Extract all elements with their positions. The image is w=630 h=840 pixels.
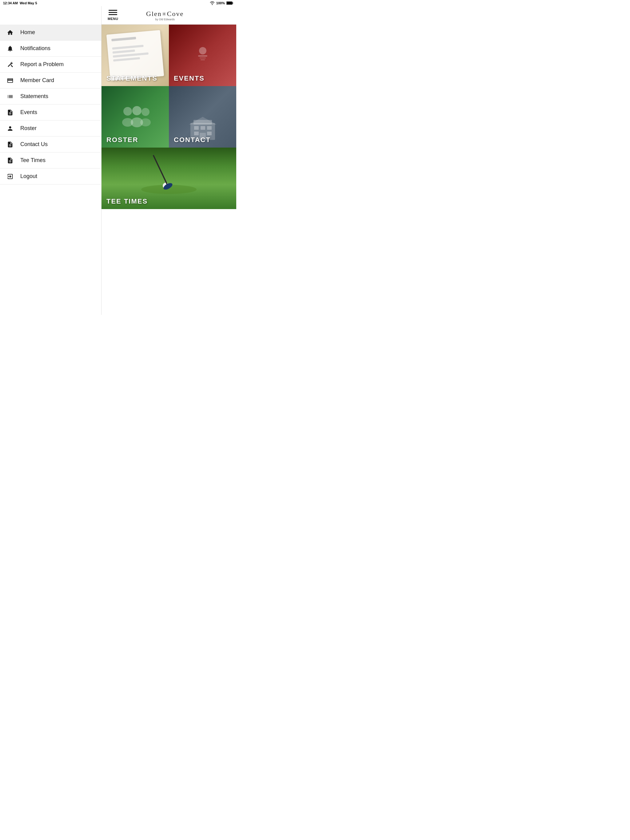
card-icon: [6, 77, 14, 85]
sidebar-item-report[interactable]: Report a Problem: [0, 57, 101, 73]
svg-marker-15: [189, 117, 217, 125]
svg-point-9: [132, 106, 141, 115]
svg-rect-2: [227, 2, 232, 4]
sidebar-label-statements: Statements: [20, 93, 48, 99]
bell-icon: [6, 44, 14, 52]
status-date: Wed May 5: [20, 1, 37, 5]
tile-contact[interactable]: CONTACT: [169, 86, 236, 148]
home-icon: [6, 28, 14, 36]
roster-visual-icon: [117, 104, 154, 129]
status-bar: 12:34 AM Wed May 5 100%: [0, 0, 236, 6]
sidebar-item-roster[interactable]: Roster: [0, 120, 101, 136]
svg-rect-4: [198, 55, 207, 57]
wrench-icon: [6, 61, 14, 69]
sidebar-item-logout[interactable]: Logout: [0, 169, 101, 185]
tile-roster-label: ROSTER: [101, 132, 169, 148]
battery-text: 100%: [216, 1, 225, 5]
svg-rect-6: [201, 59, 205, 60]
tile-teetimes-label: TEE TIMES: [101, 194, 236, 209]
battery-icon: [226, 1, 233, 5]
tee-times-icon: [6, 156, 14, 164]
svg-point-7: [123, 107, 132, 115]
tile-teetimes[interactable]: TEE TIMES: [101, 148, 236, 209]
sidebar-item-tee-times[interactable]: Tee Times: [0, 153, 101, 169]
main-content: MENU Glen✳Cove by Old Edwards: [101, 6, 236, 315]
sidebar-label-roster: Roster: [20, 125, 36, 132]
roster-icon: [6, 125, 14, 133]
sidebar-label-member-card: Member Card: [20, 77, 54, 84]
tile-roster[interactable]: ROSTER: [101, 86, 169, 148]
status-right: 100%: [210, 1, 233, 5]
sidebar: Home Notifications Report a Problem Memb…: [0, 6, 101, 315]
tiles-grid: STATEMENTS EVENTS: [101, 25, 236, 315]
status-time: 12:34 AM: [3, 1, 18, 5]
statements-icon: [6, 93, 14, 101]
menu-label: MENU: [108, 17, 118, 21]
sidebar-item-statements[interactable]: Statements: [0, 88, 101, 104]
sidebar-label-home: Home: [20, 29, 35, 36]
logo: Glen✳Cove by Old Edwards: [146, 10, 184, 21]
svg-point-3: [199, 47, 206, 54]
svg-rect-1: [233, 2, 233, 4]
wifi-icon: [210, 1, 215, 5]
sidebar-item-member-card[interactable]: Member Card: [0, 73, 101, 88]
header: MENU Glen✳Cove by Old Edwards: [101, 6, 236, 25]
sidebar-item-home[interactable]: Home: [0, 25, 101, 41]
sidebar-header: [0, 6, 101, 25]
svg-line-24: [154, 156, 167, 185]
sidebar-label-notifications: Notifications: [20, 45, 51, 52]
sidebar-item-events[interactable]: Events: [0, 104, 101, 120]
golf-visual-icon: [138, 153, 199, 196]
tile-events[interactable]: EVENTS: [169, 25, 236, 86]
sidebar-label-logout: Logout: [20, 173, 37, 180]
menu-button[interactable]: MENU: [108, 10, 118, 21]
tile-statements-label: STATEMENTS: [101, 71, 169, 86]
logout-icon: [6, 172, 14, 180]
contact-icon: [6, 141, 14, 148]
app-container: Home Notifications Report a Problem Memb…: [0, 6, 236, 315]
hamburger-icon: [109, 10, 117, 15]
svg-point-12: [140, 118, 151, 126]
events-visual-icon: [192, 44, 214, 66]
sidebar-label-events: Events: [20, 109, 37, 115]
svg-rect-18: [207, 126, 212, 130]
sidebar-label-report: Report a Problem: [20, 61, 64, 68]
svg-rect-17: [201, 126, 205, 130]
svg-rect-5: [199, 57, 206, 58]
sidebar-label-tee-times: Tee Times: [20, 157, 46, 164]
logo-subtitle: by Old Edwards: [155, 18, 175, 21]
sidebar-label-contact: Contact Us: [20, 141, 47, 148]
svg-rect-16: [194, 126, 199, 130]
sidebar-item-contact[interactable]: Contact Us: [0, 136, 101, 153]
tile-contact-label: CONTACT: [169, 132, 236, 148]
svg-point-11: [141, 108, 149, 116]
sidebar-item-notifications[interactable]: Notifications: [0, 41, 101, 57]
tile-events-label: EVENTS: [169, 71, 236, 86]
tile-statements[interactable]: STATEMENTS: [101, 25, 169, 86]
events-icon: [6, 109, 14, 117]
